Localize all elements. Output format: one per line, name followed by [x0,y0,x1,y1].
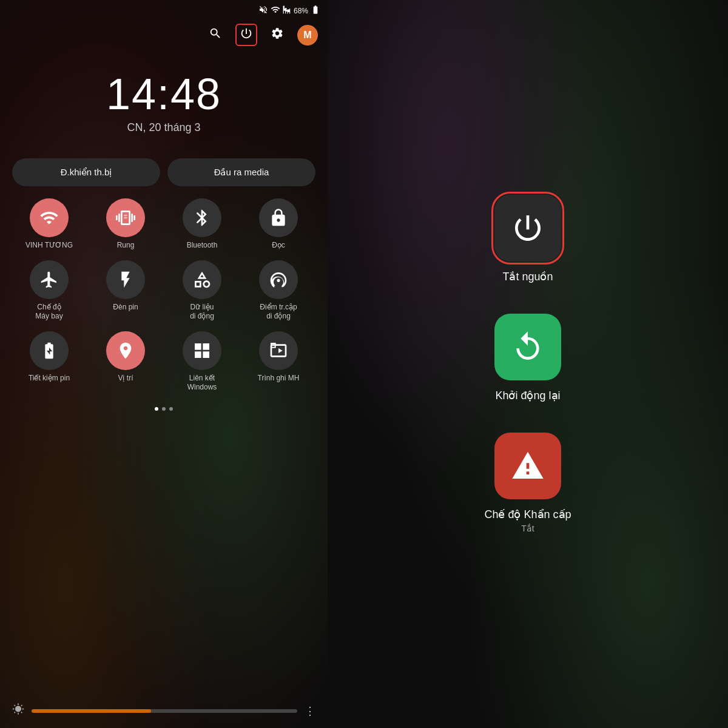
wifi-status-icon [271,5,280,16]
qs-item-flashlight: Đèn pin [92,260,159,322]
wifi-label: VINH TƯƠNG [25,241,73,251]
profile-avatar[interactable]: M [297,25,318,46]
control-buttons: Đ.khiển th.bị Đầu ra media [0,158,328,186]
pagination-dots [0,402,328,416]
mobiledata-toggle[interactable] [183,260,221,299]
qs-item-hotspot: Điểm tr.cậpdi động [245,260,312,322]
emergency-button[interactable] [494,433,561,499]
qs-item-bluetooth: Bluetooth [169,198,235,251]
emergency-label: Chế độ Khẩn cấp [484,508,571,521]
settings-icon[interactable] [268,24,286,46]
restart-item: Khởi động lại [494,314,561,402]
power-icon[interactable] [235,24,257,46]
right-panel: Tắt nguồn Khởi động lại Chế độ Khẩn cấp … [328,0,728,728]
brightness-icon [12,703,24,718]
vibrate-label: Rung [117,241,135,251]
link-windows-label: Liên kếtWindows [187,374,217,393]
airplane-toggle[interactable] [30,260,69,299]
search-icon[interactable] [206,24,224,46]
dot-2 [162,407,166,411]
clock-time: 14:48 [106,69,221,119]
flashlight-toggle[interactable] [106,260,145,299]
svg-rect-0 [195,343,201,350]
hotspot-label: Điểm tr.cậpdi động [260,303,297,322]
qs-row-1: VINH TƯƠNG Rung Bluetooth Đọc [10,198,318,251]
dot-1 [155,407,158,411]
emergency-sublabel: Tắt [521,524,534,533]
device-control-button[interactable]: Đ.khiển th.bị [12,158,160,186]
screen-record-label: Trình ghi MH [258,374,300,383]
signal-icon [283,5,291,16]
qs-row-2: Chế độMáy bay Đèn pin Dữ liệudi động Điể… [10,260,318,322]
airplane-label: Chế độMáy bay [35,303,62,322]
bluetooth-toggle[interactable] [183,198,221,237]
qs-item-airplane: Chế độMáy bay [16,260,83,322]
power-off-item: Tắt nguồn [494,195,561,283]
brightness-menu-icon[interactable]: ⋮ [305,704,315,718]
restart-label: Khởi động lại [495,389,560,402]
qs-item-screen-record: Trình ghi MH [245,331,312,393]
clock-date: CN, 20 tháng 3 [127,121,200,134]
qs-item-link-windows: Liên kếtWindows [169,331,235,393]
battery-icon [311,5,320,16]
qs-item-lock: Đọc [245,198,312,251]
status-bar: 68% [0,0,328,21]
location-label: Vị trí [118,374,133,383]
brightness-track[interactable] [32,709,297,713]
emergency-item: Chế độ Khẩn cấp Tắt [484,433,571,533]
location-toggle[interactable] [106,331,145,370]
qs-row-3: Tiết kiệm pin Vị trí Liên kếtWindows Trì… [10,331,318,393]
dot-3 [169,407,173,411]
status-icons: 68% [258,5,320,16]
left-panel: 68% M 14:48 CN, 20 tháng 3 Đ.khiển th.bị… [0,0,328,728]
qs-item-battery-saver: Tiết kiệm pin [16,331,83,393]
qs-item-location: Vị trí [92,331,159,393]
battery-saver-toggle[interactable] [30,331,69,370]
screen-record-toggle[interactable] [259,331,298,370]
power-off-button[interactable] [494,195,561,261]
svg-rect-3 [203,351,209,358]
wifi-toggle[interactable] [30,198,69,237]
brightness-bar: ⋮ [0,693,328,728]
battery-saver-label: Tiết kiệm pin [29,374,70,383]
qs-item-vibrate: Rung [92,198,159,251]
link-windows-toggle[interactable] [183,331,221,370]
power-off-label: Tắt nguồn [502,270,553,283]
lock-label: Đọc [272,241,285,251]
brightness-fill [32,709,151,713]
svg-rect-2 [195,351,201,358]
vibrate-toggle[interactable] [106,198,145,237]
svg-rect-1 [203,343,209,350]
flashlight-label: Đèn pin [113,303,138,312]
bluetooth-label: Bluetooth [187,241,218,251]
qs-item-wifi: VINH TƯƠNG [16,198,83,251]
media-output-button[interactable]: Đầu ra media [167,158,315,186]
lock-toggle[interactable] [259,198,298,237]
restart-button[interactable] [494,314,561,380]
battery-status: 68% [294,7,308,15]
quick-settings-grid: VINH TƯƠNG Rung Bluetooth Đọc [0,198,328,402]
mute-icon [258,5,268,16]
clock-area: 14:48 CN, 20 tháng 3 [0,51,328,158]
hotspot-toggle[interactable] [259,260,298,299]
qs-item-mobiledata: Dữ liệudi động [169,260,235,322]
top-icons-row: M [0,21,328,51]
mobiledata-label: Dữ liệudi động [190,303,214,322]
